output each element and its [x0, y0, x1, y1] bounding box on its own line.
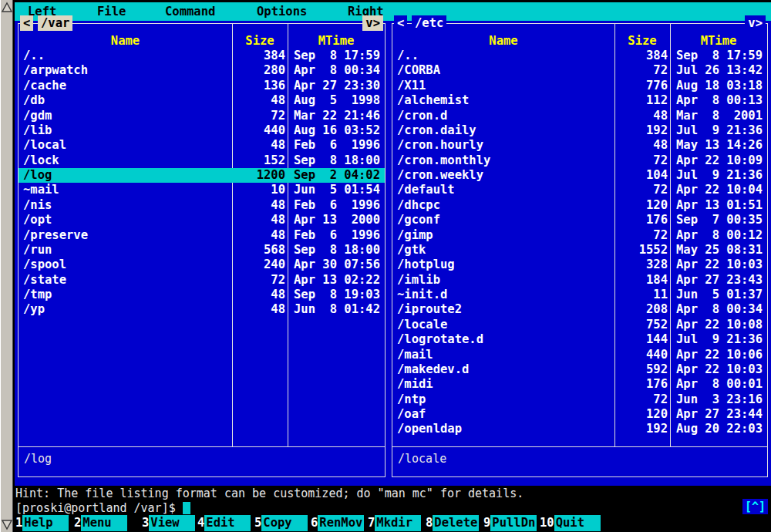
- nav-back-button[interactable]: <: [20, 15, 33, 31]
- fkey-label: Help: [22, 515, 69, 531]
- menu-options[interactable]: Options: [254, 4, 309, 19]
- file-row[interactable]: /gimp72Apr 8 00:12: [392, 228, 767, 243]
- file-name: /gtk: [392, 243, 614, 258]
- file-row[interactable]: /gtk1552May 25 08:31: [392, 243, 767, 258]
- mini-status-divider: [392, 446, 767, 447]
- file-size: 72: [614, 183, 670, 197]
- left-panel-path[interactable]: /var: [38, 15, 72, 31]
- file-row[interactable]: /X11776Aug 18 03:18: [392, 79, 767, 93]
- file-name: /cache: [19, 79, 232, 93]
- file-row[interactable]: /arpwatch280Apr 8 00:34: [19, 63, 385, 78]
- file-row[interactable]: /gdm72Mar 22 21:46: [19, 109, 385, 123]
- file-row[interactable]: /run568Sep 8 18:00: [19, 243, 385, 258]
- nav-back-button[interactable]: <: [394, 15, 407, 31]
- scrollbar-up-arrow-icon[interactable]: [2, 2, 12, 13]
- file-row[interactable]: /opt48Apr 13 2000: [19, 213, 385, 227]
- fkey-view-button[interactable]: 3View: [142, 515, 195, 531]
- terminal-scrollbar[interactable]: [0, 0, 13, 532]
- nav-history-forward-button[interactable]: v>: [362, 15, 383, 31]
- file-row[interactable]: ~init.d11Jun 5 01:37: [392, 288, 767, 302]
- fkey-number: 6: [311, 516, 318, 530]
- file-size: 240: [232, 258, 288, 272]
- file-row[interactable]: /..384Sep 8 17:59: [392, 49, 767, 63]
- fkey-number: 3: [142, 516, 149, 530]
- file-row[interactable]: /cron.d48Mar 8 2001: [392, 109, 767, 123]
- file-row[interactable]: /iproute2208Apr 8 00:34: [392, 302, 767, 317]
- file-mtime: Jul 9 21:36: [670, 332, 767, 347]
- fkey-number: 7: [368, 516, 375, 530]
- fkey-delete-button[interactable]: 8Delete: [426, 515, 479, 531]
- file-row[interactable]: /hotplug328Apr 22 10:03: [392, 258, 767, 272]
- file-row[interactable]: /lib440Aug 16 03:52: [19, 123, 385, 138]
- file-row[interactable]: /locale752Apr 22 10:08: [392, 318, 767, 332]
- fkey-pulldn-button[interactable]: 9PullDn: [483, 515, 537, 531]
- file-row[interactable]: /openldap192Aug 20 22:03: [392, 422, 767, 436]
- fkey-copy-button[interactable]: 5Copy: [254, 515, 308, 531]
- file-mtime: Apr 8 00:01: [670, 377, 767, 392]
- file-row[interactable]: /oaf120Apr 27 23:44: [392, 407, 767, 422]
- file-row[interactable]: /cache136Apr 27 23:30: [19, 79, 385, 93]
- fkey-edit-button[interactable]: 4Edit: [197, 515, 251, 531]
- file-row[interactable]: /spool240Apr 30 07:56: [19, 258, 385, 272]
- fkey-quit-button[interactable]: 10Quit: [540, 515, 601, 531]
- file-row[interactable]: /lock152Sep 8 18:00: [19, 153, 385, 168]
- scrollbar-down-arrow-icon[interactable]: [2, 519, 12, 530]
- menu-file[interactable]: File: [95, 4, 128, 19]
- file-row[interactable]: /nis48Feb 6 1996: [19, 198, 385, 213]
- file-row[interactable]: /alchemist112Apr 8 00:13: [392, 93, 767, 108]
- file-row[interactable]: /cron.hourly48May 13 14:26: [392, 138, 767, 153]
- file-row[interactable]: /midi176Apr 8 00:01: [392, 377, 767, 392]
- file-row[interactable]: /makedev.d592Apr 22 10:03: [392, 362, 767, 377]
- fkey-label: Quit: [554, 515, 601, 531]
- nav-history-forward-button[interactable]: v>: [745, 15, 766, 31]
- file-mtime: Feb 6 1996: [288, 198, 385, 213]
- command-line[interactable]: [proski@portland /var]$: [15, 501, 190, 516]
- scroll-up-indicator: [^]: [742, 499, 768, 514]
- file-mtime: Sep 8 18:00: [288, 243, 385, 258]
- menu-command[interactable]: Command: [163, 4, 217, 19]
- fkey-mkdir-button[interactable]: 7Mkdir: [368, 515, 421, 531]
- file-name: /oaf: [392, 407, 614, 422]
- file-name: /nis: [19, 198, 232, 213]
- file-row[interactable]: /local48Feb 6 1996: [19, 138, 385, 153]
- file-size: 48: [232, 198, 288, 213]
- file-size: 440: [614, 348, 670, 362]
- right-panel-path[interactable]: /etc: [412, 15, 446, 31]
- fkey-menu-button[interactable]: 2Menu: [74, 515, 127, 531]
- file-name: ~init.d: [392, 288, 614, 302]
- file-row[interactable]: /cron.daily192Jul 9 21:36: [392, 123, 767, 138]
- file-row-selected[interactable]: /log1200Sep 2 04:02: [19, 168, 385, 183]
- file-size: 1552: [614, 243, 670, 258]
- file-row[interactable]: /imlib184Apr 27 23:43: [392, 273, 767, 288]
- file-name: ~mail: [19, 183, 232, 197]
- file-name: /spool: [19, 258, 232, 272]
- file-row[interactable]: ~mail10Jun 5 01:54: [19, 183, 385, 197]
- file-row[interactable]: /logrotate.d144Jul 9 21:36: [392, 332, 767, 347]
- file-size: 384: [614, 49, 670, 63]
- file-row[interactable]: /dhcpc120Apr 13 01:51: [392, 198, 767, 213]
- file-row[interactable]: /cron.weekly104Jul 9 21:36: [392, 168, 767, 183]
- fkey-help-button[interactable]: 1Help: [15, 515, 69, 531]
- file-row[interactable]: /gconf176Sep 7 00:35: [392, 213, 767, 227]
- file-row[interactable]: /preserve48Feb 6 1996: [19, 228, 385, 243]
- file-name: /gconf: [392, 213, 614, 227]
- file-row[interactable]: /..384Sep 8 17:59: [19, 49, 385, 63]
- file-row[interactable]: /tmp48Sep 8 19:03: [19, 288, 385, 302]
- column-header-mtime: MTime: [670, 34, 767, 49]
- file-row[interactable]: /db48Aug 5 1998: [19, 93, 385, 108]
- fkey-renmov-button[interactable]: 6RenMov: [311, 515, 364, 531]
- file-name: /makedev.d: [392, 362, 614, 377]
- file-row[interactable]: /default72Apr 22 10:04: [392, 183, 767, 197]
- file-row[interactable]: /CORBA72Jul 26 13:42: [392, 63, 767, 78]
- file-row[interactable]: /state72Apr 13 02:22: [19, 273, 385, 288]
- file-mtime: Sep 8 17:59: [288, 49, 385, 63]
- file-mtime: Apr 22 10:03: [670, 258, 767, 272]
- file-size: 72: [232, 273, 288, 288]
- file-row[interactable]: /ntp72Jun 3 23:16: [392, 392, 767, 407]
- file-row[interactable]: /yp48Jun 8 01:42: [19, 302, 385, 317]
- file-mtime: Aug 16 03:52: [288, 123, 385, 138]
- fkey-label: RenMov: [318, 515, 364, 531]
- file-row[interactable]: /mail440Apr 22 10:06: [392, 348, 767, 362]
- file-row[interactable]: /cron.monthly72Apr 22 10:09: [392, 153, 767, 168]
- file-name: /default: [392, 183, 614, 197]
